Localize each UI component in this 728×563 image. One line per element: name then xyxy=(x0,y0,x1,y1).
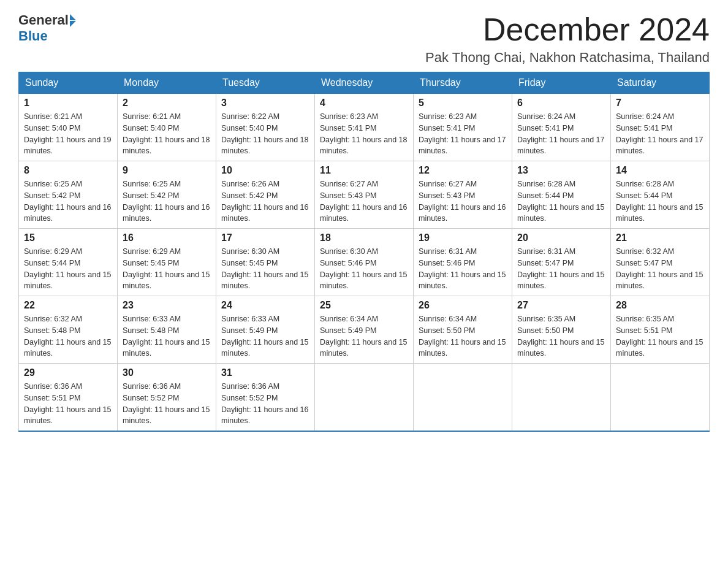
day-header-saturday: Saturday xyxy=(611,72,710,94)
logo-general-text: General xyxy=(18,12,69,28)
day-info: Sunrise: 6:25 AMSunset: 5:42 PMDaylight:… xyxy=(24,178,112,224)
calendar-cell: 29 Sunrise: 6:36 AMSunset: 5:51 PMDaylig… xyxy=(19,364,118,432)
day-info: Sunrise: 6:22 AMSunset: 5:40 PMDaylight:… xyxy=(221,111,309,157)
day-number: 27 xyxy=(517,300,605,311)
day-info: Sunrise: 6:33 AMSunset: 5:48 PMDaylight:… xyxy=(123,313,211,359)
logo-blue-text: Blue xyxy=(18,28,48,44)
day-number: 12 xyxy=(419,165,507,176)
day-number: 7 xyxy=(616,98,704,109)
day-info: Sunrise: 6:24 AMSunset: 5:41 PMDaylight:… xyxy=(517,111,605,157)
day-info: Sunrise: 6:29 AMSunset: 5:45 PMDaylight:… xyxy=(123,246,211,292)
day-info: Sunrise: 6:25 AMSunset: 5:42 PMDaylight:… xyxy=(123,178,211,224)
calendar-cell: 30 Sunrise: 6:36 AMSunset: 5:52 PMDaylig… xyxy=(118,364,216,432)
calendar-cell: 17 Sunrise: 6:30 AMSunset: 5:45 PMDaylig… xyxy=(216,229,315,296)
day-info: Sunrise: 6:35 AMSunset: 5:50 PMDaylight:… xyxy=(517,313,605,359)
calendar-cell: 12 Sunrise: 6:27 AMSunset: 5:43 PMDaylig… xyxy=(414,161,512,229)
day-number: 5 xyxy=(419,98,507,109)
calendar-cell: 5 Sunrise: 6:23 AMSunset: 5:41 PMDayligh… xyxy=(414,94,512,161)
week-row-3: 15 Sunrise: 6:29 AMSunset: 5:44 PMDaylig… xyxy=(19,229,710,296)
day-number: 1 xyxy=(24,98,112,109)
calendar-cell: 1 Sunrise: 6:21 AMSunset: 5:40 PMDayligh… xyxy=(19,94,118,161)
calendar-cell: 22 Sunrise: 6:32 AMSunset: 5:48 PMDaylig… xyxy=(19,296,118,364)
calendar-cell: 21 Sunrise: 6:32 AMSunset: 5:47 PMDaylig… xyxy=(611,229,710,296)
day-info: Sunrise: 6:27 AMSunset: 5:43 PMDaylight:… xyxy=(419,178,507,224)
month-title: December 2024 xyxy=(425,12,710,47)
day-number: 31 xyxy=(221,367,309,378)
day-info: Sunrise: 6:21 AMSunset: 5:40 PMDaylight:… xyxy=(123,111,211,157)
calendar-cell: 24 Sunrise: 6:33 AMSunset: 5:49 PMDaylig… xyxy=(216,296,315,364)
day-number: 18 xyxy=(320,232,408,243)
day-number: 15 xyxy=(24,232,112,243)
day-number: 23 xyxy=(123,300,211,311)
calendar-cell: 19 Sunrise: 6:31 AMSunset: 5:46 PMDaylig… xyxy=(414,229,512,296)
day-info: Sunrise: 6:32 AMSunset: 5:47 PMDaylight:… xyxy=(616,246,704,292)
day-header-thursday: Thursday xyxy=(414,72,512,94)
calendar-cell: 9 Sunrise: 6:25 AMSunset: 5:42 PMDayligh… xyxy=(118,161,216,229)
day-info: Sunrise: 6:23 AMSunset: 5:41 PMDaylight:… xyxy=(320,111,408,157)
day-header-monday: Monday xyxy=(118,72,216,94)
day-header-wednesday: Wednesday xyxy=(315,72,414,94)
calendar-cell: 3 Sunrise: 6:22 AMSunset: 5:40 PMDayligh… xyxy=(216,94,315,161)
day-header-sunday: Sunday xyxy=(19,72,118,94)
location-title: Pak Thong Chai, Nakhon Ratchasima, Thail… xyxy=(425,50,710,66)
calendar-cell: 13 Sunrise: 6:28 AMSunset: 5:44 PMDaylig… xyxy=(512,161,611,229)
calendar-cell: 31 Sunrise: 6:36 AMSunset: 5:52 PMDaylig… xyxy=(216,364,315,432)
day-number: 19 xyxy=(419,232,507,243)
page-header: General Blue December 2024 Pak Thong Cha… xyxy=(18,12,710,66)
calendar-cell xyxy=(512,364,611,432)
day-info: Sunrise: 6:29 AMSunset: 5:44 PMDaylight:… xyxy=(24,246,112,292)
day-number: 21 xyxy=(616,232,704,243)
day-number: 14 xyxy=(616,165,704,176)
title-block: December 2024 Pak Thong Chai, Nakhon Rat… xyxy=(425,12,710,66)
calendar-cell: 2 Sunrise: 6:21 AMSunset: 5:40 PMDayligh… xyxy=(118,94,216,161)
day-number: 2 xyxy=(123,98,211,109)
calendar-cell: 20 Sunrise: 6:31 AMSunset: 5:47 PMDaylig… xyxy=(512,229,611,296)
day-number: 16 xyxy=(123,232,211,243)
calendar-cell: 4 Sunrise: 6:23 AMSunset: 5:41 PMDayligh… xyxy=(315,94,414,161)
day-number: 20 xyxy=(517,232,605,243)
day-info: Sunrise: 6:24 AMSunset: 5:41 PMDaylight:… xyxy=(616,111,704,157)
week-row-2: 8 Sunrise: 6:25 AMSunset: 5:42 PMDayligh… xyxy=(19,161,710,229)
day-info: Sunrise: 6:30 AMSunset: 5:46 PMDaylight:… xyxy=(320,246,408,292)
day-info: Sunrise: 6:28 AMSunset: 5:44 PMDaylight:… xyxy=(517,178,605,224)
calendar-cell: 8 Sunrise: 6:25 AMSunset: 5:42 PMDayligh… xyxy=(19,161,118,229)
calendar-cell xyxy=(611,364,710,432)
day-info: Sunrise: 6:26 AMSunset: 5:42 PMDaylight:… xyxy=(221,178,309,224)
calendar-cell: 25 Sunrise: 6:34 AMSunset: 5:49 PMDaylig… xyxy=(315,296,414,364)
day-number: 4 xyxy=(320,98,408,109)
day-number: 25 xyxy=(320,300,408,311)
day-header-friday: Friday xyxy=(512,72,611,94)
calendar-table: SundayMondayTuesdayWednesdayThursdayFrid… xyxy=(18,72,710,432)
calendar-cell: 7 Sunrise: 6:24 AMSunset: 5:41 PMDayligh… xyxy=(611,94,710,161)
day-info: Sunrise: 6:36 AMSunset: 5:51 PMDaylight:… xyxy=(24,381,112,427)
week-row-5: 29 Sunrise: 6:36 AMSunset: 5:51 PMDaylig… xyxy=(19,364,710,432)
calendar-cell: 15 Sunrise: 6:29 AMSunset: 5:44 PMDaylig… xyxy=(19,229,118,296)
day-number: 24 xyxy=(221,300,309,311)
calendar-cell xyxy=(315,364,414,432)
day-number: 29 xyxy=(24,367,112,378)
day-number: 9 xyxy=(123,165,211,176)
day-info: Sunrise: 6:31 AMSunset: 5:47 PMDaylight:… xyxy=(517,246,605,292)
calendar-cell: 23 Sunrise: 6:33 AMSunset: 5:48 PMDaylig… xyxy=(118,296,216,364)
day-info: Sunrise: 6:34 AMSunset: 5:50 PMDaylight:… xyxy=(419,313,507,359)
day-info: Sunrise: 6:36 AMSunset: 5:52 PMDaylight:… xyxy=(123,381,211,427)
calendar-cell: 10 Sunrise: 6:26 AMSunset: 5:42 PMDaylig… xyxy=(216,161,315,229)
day-number: 22 xyxy=(24,300,112,311)
calendar-cell: 26 Sunrise: 6:34 AMSunset: 5:50 PMDaylig… xyxy=(414,296,512,364)
day-headers-row: SundayMondayTuesdayWednesdayThursdayFrid… xyxy=(19,72,710,94)
day-info: Sunrise: 6:33 AMSunset: 5:49 PMDaylight:… xyxy=(221,313,309,359)
day-number: 10 xyxy=(221,165,309,176)
day-number: 13 xyxy=(517,165,605,176)
logo: General Blue xyxy=(18,12,76,44)
day-info: Sunrise: 6:32 AMSunset: 5:48 PMDaylight:… xyxy=(24,313,112,359)
day-info: Sunrise: 6:30 AMSunset: 5:45 PMDaylight:… xyxy=(221,246,309,292)
day-number: 28 xyxy=(616,300,704,311)
calendar-cell: 14 Sunrise: 6:28 AMSunset: 5:44 PMDaylig… xyxy=(611,161,710,229)
calendar-cell: 28 Sunrise: 6:35 AMSunset: 5:51 PMDaylig… xyxy=(611,296,710,364)
day-info: Sunrise: 6:36 AMSunset: 5:52 PMDaylight:… xyxy=(221,381,309,427)
day-info: Sunrise: 6:21 AMSunset: 5:40 PMDaylight:… xyxy=(24,111,112,157)
calendar-cell: 16 Sunrise: 6:29 AMSunset: 5:45 PMDaylig… xyxy=(118,229,216,296)
day-info: Sunrise: 6:23 AMSunset: 5:41 PMDaylight:… xyxy=(419,111,507,157)
day-number: 11 xyxy=(320,165,408,176)
day-info: Sunrise: 6:27 AMSunset: 5:43 PMDaylight:… xyxy=(320,178,408,224)
